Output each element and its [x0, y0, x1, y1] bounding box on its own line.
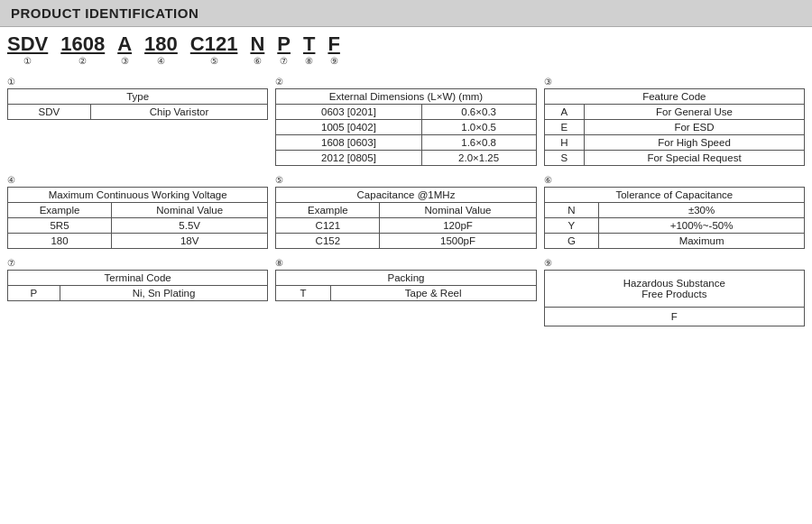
section-6-r2c1: Y [544, 218, 598, 234]
pn-item-f: F ⑨ [328, 32, 339, 66]
section-4-index: ④ [7, 175, 15, 185]
section-4-header: Maximum Continuous Working Voltage [8, 188, 268, 203]
section-1-header: Type [8, 89, 268, 105]
section-5-subh1: Example [276, 203, 380, 218]
section-2-r3c2: 1.6×0.8 [421, 135, 536, 151]
section-5-r2c2: 1500pF [380, 234, 536, 249]
section-3-header: Feature Code [544, 89, 804, 105]
pn-item-a: A ③ [117, 32, 132, 66]
section-7-r1c1: P [8, 286, 60, 301]
section-8-r1c1: T [276, 286, 330, 301]
pn-code-c121: C121 [190, 32, 238, 56]
section-6-r1c2: ±30% [599, 203, 805, 218]
section-7-header: Terminal Code [8, 271, 268, 286]
section-3-r3c2: For High Speed [585, 135, 805, 151]
section-9: ⑨ Hazardous SubstanceFree Products F [544, 256, 805, 326]
section-9-index: ⑨ [544, 258, 552, 268]
section-2-r4c2: 2.0×1.25 [421, 151, 536, 166]
section-4: ④ Maximum Continuous Working Voltage Exa… [7, 173, 268, 249]
section-3: ③ Feature Code A For General Use E For E… [544, 75, 805, 166]
pn-code-n: N [250, 32, 264, 56]
section-6-table: Tolerance of Capacitance N ±30% Y +100%~… [544, 187, 805, 249]
section-3-r3c1: H [544, 135, 584, 151]
section-1: ① Type SDV Chip Varistor [7, 75, 268, 166]
page-header: PRODUCT IDENTIFICATION [0, 0, 812, 27]
section-8-index: ⑧ [275, 258, 283, 268]
section-2-r4c1: 2012 [0805] [276, 151, 421, 166]
section-4-subh2: Nominal Value [112, 203, 268, 218]
pn-index-8: ⑧ [305, 56, 313, 66]
pn-item-180: 180 ④ [144, 32, 178, 66]
section-8: ⑧ Packing T Tape & Reel [275, 256, 536, 301]
pn-index-2: ② [78, 56, 87, 66]
section-2-r1c1: 0603 [0201] [276, 105, 421, 120]
pn-code-180: 180 [144, 32, 178, 56]
section-3-r4c2: For Special Request [585, 151, 805, 166]
section-5-r1c2: 120pF [380, 218, 536, 234]
section-1-row1-col1: SDV [8, 105, 91, 120]
section-9-r1c1: F [544, 308, 804, 326]
section-2-r2c2: 1.0×0.5 [421, 120, 536, 135]
section-4-r2c1: 180 [8, 234, 112, 249]
pn-index-9: ⑨ [330, 56, 338, 66]
section-1-row1-col2: Chip Varistor [90, 105, 268, 120]
pn-item-1608: 1608 ② [60, 32, 105, 66]
section-2-index: ② [275, 77, 283, 87]
section-3-r4c1: S [544, 151, 584, 166]
section-3-r1c1: A [544, 105, 584, 120]
pn-index-7: ⑦ [280, 56, 288, 66]
section-7: ⑦ Terminal Code P Ni, Sn Plating [7, 256, 268, 301]
section-4-table: Maximum Continuous Working Voltage Examp… [7, 187, 268, 249]
pn-index-3: ③ [121, 56, 129, 66]
section-6-header: Tolerance of Capacitance [544, 188, 804, 203]
section-6: ⑥ Tolerance of Capacitance N ±30% Y +100… [544, 173, 805, 249]
section-6-r1c1: N [544, 203, 598, 218]
pn-item-sdv: SDV ① [7, 32, 48, 66]
pn-code-f: F [328, 32, 339, 56]
section-6-r3c2: Maximum [599, 234, 805, 249]
section-8-table: Packing T Tape & Reel [275, 270, 536, 301]
section-3-r1c2: For General Use [585, 105, 805, 120]
section-6-r3c1: G [544, 234, 598, 249]
pn-index-4: ④ [157, 56, 165, 66]
section-5: ⑤ Capacitance @1MHz Example Nominal Valu… [275, 173, 536, 249]
section-2-r1c2: 0.6×0.3 [421, 105, 536, 120]
section-1-index: ① [7, 77, 15, 87]
section-3-r2c2: For ESD [585, 120, 805, 135]
pn-code-a: A [117, 32, 132, 56]
pn-code-t: T [303, 32, 315, 56]
section-7-index: ⑦ [7, 258, 15, 268]
section-5-table: Capacitance @1MHz Example Nominal Value … [275, 187, 536, 249]
part-number-row: SDV ① 1608 ② A ③ 180 ④ C121 ⑤ N ⑥ P ⑦ T [0, 27, 812, 68]
pn-item-c121: C121 ⑤ [190, 32, 238, 66]
section-3-table: Feature Code A For General Use E For ESD… [544, 88, 805, 166]
section-2-header: External Dimensions (L×W) (mm) [276, 89, 536, 105]
section-7-r1c2: Ni, Sn Plating [60, 286, 268, 301]
section-8-header: Packing [276, 271, 536, 286]
section-3-r2c1: E [544, 120, 584, 135]
pn-item-n: N ⑥ [250, 32, 264, 66]
section-2: ② External Dimensions (L×W) (mm) 0603 [0… [275, 75, 536, 166]
page: PRODUCT IDENTIFICATION SDV ① 1608 ② A ③ … [0, 0, 812, 524]
section-5-subh2: Nominal Value [380, 203, 536, 218]
pn-item-p: P ⑦ [277, 32, 291, 66]
section-2-r3c1: 1608 [0603] [276, 135, 421, 151]
header-title: PRODUCT IDENTIFICATION [11, 5, 198, 21]
section-6-index: ⑥ [544, 175, 552, 185]
section-7-table: Terminal Code P Ni, Sn Plating [7, 270, 268, 301]
section-5-r1c1: C121 [276, 218, 380, 234]
pn-index-6: ⑥ [254, 56, 262, 66]
section-4-subh1: Example [8, 203, 112, 218]
section-8-r1c2: Tape & Reel [330, 286, 536, 301]
section-4-r2c2: 18V [112, 234, 268, 249]
pn-code-p: P [277, 32, 291, 56]
section-2-r2c1: 1005 [0402] [276, 120, 421, 135]
section-3-index: ③ [544, 77, 552, 87]
section-4-r1c2: 5.5V [112, 218, 268, 234]
section-9-header: Hazardous SubstanceFree Products [544, 271, 804, 308]
pn-item-t: T ⑧ [303, 32, 315, 66]
section-9-table: Hazardous SubstanceFree Products F [544, 270, 805, 326]
section-5-r2c1: C152 [276, 234, 380, 249]
pn-index-1: ① [23, 56, 32, 66]
section-4-r1c1: 5R5 [8, 218, 112, 234]
